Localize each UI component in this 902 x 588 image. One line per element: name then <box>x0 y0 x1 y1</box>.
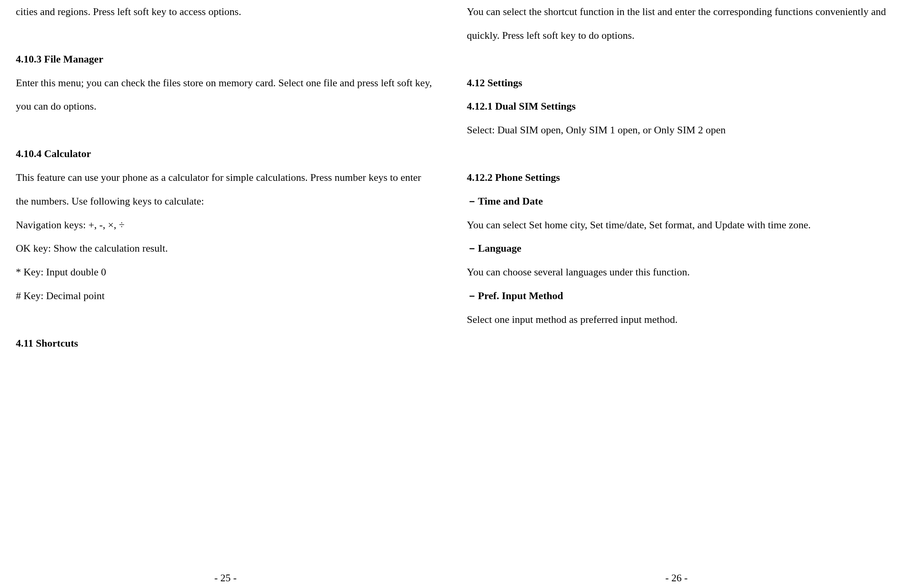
file-manager-body: Enter this menu; you can check the files… <box>16 71 435 119</box>
calculator-body: This feature can use your phone as a cal… <box>16 166 435 213</box>
heading-calculator: 4.10.4 Calculator <box>16 142 435 166</box>
page-left: cities and regions. Press left soft key … <box>0 0 451 588</box>
item-pref-input: －Pref. Input Method <box>467 284 886 308</box>
page-number-left: - 25 - <box>16 572 435 588</box>
dual-sim-body: Select: Dual SIM open, Only SIM 1 open, … <box>467 118 886 142</box>
calculator-hash-key: # Key: Decimal point <box>16 284 435 308</box>
item-time-date-label: Time and Date <box>478 195 543 207</box>
page-right-content: You can select the shortcut function in … <box>467 0 886 572</box>
page-right: You can select the shortcut function in … <box>451 0 902 588</box>
item-pref-input-label: Pref. Input Method <box>478 290 563 302</box>
time-date-body: You can select Set home city, Set time/d… <box>467 213 886 237</box>
intro-text: cities and regions. Press left soft key … <box>16 0 435 24</box>
item-time-date: －Time and Date <box>467 190 886 213</box>
calculator-star-key: * Key: Input double 0 <box>16 260 435 284</box>
page-left-content: cities and regions. Press left soft key … <box>16 0 435 572</box>
page-number-right: - 26 - <box>467 572 886 588</box>
heading-phone-settings: 4.12.2 Phone Settings <box>467 166 886 190</box>
heading-dual-sim: 4.12.1 Dual SIM Settings <box>467 95 886 118</box>
item-language: －Language <box>467 237 886 260</box>
item-language-label: Language <box>478 243 521 254</box>
calculator-nav-keys: Navigation keys: +, -, ×, ÷ <box>16 213 435 237</box>
shortcuts-body: You can select the shortcut function in … <box>467 0 886 47</box>
heading-file-manager: 4.10.3 File Manager <box>16 47 435 71</box>
calculator-ok-key: OK key: Show the calculation result. <box>16 237 435 260</box>
pref-input-body: Select one input method as preferred inp… <box>467 308 886 332</box>
heading-shortcuts: 4.11 Shortcuts <box>16 332 435 355</box>
heading-settings: 4.12 Settings <box>467 71 886 95</box>
language-body: You can choose several languages under t… <box>467 260 886 284</box>
